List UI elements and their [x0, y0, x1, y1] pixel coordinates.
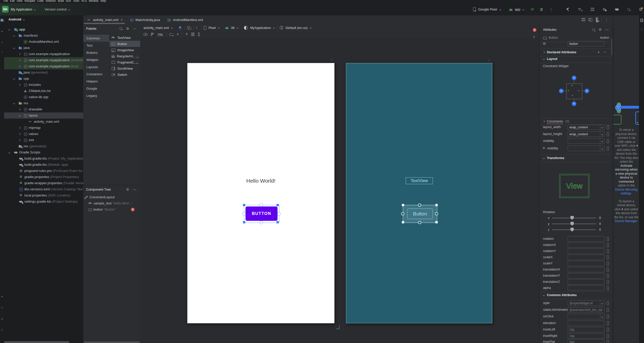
- constraint-anchor-right[interactable]: [277, 212, 281, 215]
- running-devices-button[interactable]: [591, 8, 594, 11]
- chevron-icon[interactable]: [13, 102, 15, 104]
- scaleY-input[interactable]: [568, 261, 605, 266]
- project-tree-item-proguard-rules-pro[interactable]: proguard-rules.pro (ProGuard Rules for a…: [4, 168, 83, 174]
- style-dropdown[interactable]: @style/Widget.M: [568, 300, 605, 306]
- component-tree-item-button[interactable]: button "Button"!: [83, 206, 140, 213]
- stateListAnimator-input[interactable]: @animator/mtrl_btn_sta: [568, 307, 605, 313]
- design-view-button[interactable]: [595, 17, 598, 23]
- constraint-anchor-left[interactable]: [401, 212, 404, 215]
- project-tree-item-java[interactable]: java: [4, 45, 83, 51]
- project-tree-item-activity-main-xml[interactable]: activity_main.xml: [4, 119, 83, 125]
- logcat-tool-button[interactable]: ◎: [0, 317, 4, 320]
- search-icon[interactable]: [592, 28, 596, 32]
- palette-component-imageview[interactable]: ImageView: [109, 47, 140, 53]
- rotation-slider-x[interactable]: x0: [539, 216, 613, 220]
- night-mode-button[interactable]: ☾: [196, 26, 199, 30]
- editor-more-button[interactable]: ⋮: [605, 18, 608, 22]
- chevron-icon[interactable]: [18, 115, 21, 117]
- resize-handle[interactable]: [402, 221, 404, 223]
- visibility-dropdown[interactable]: [568, 138, 605, 144]
- project-tree-item-gradle-wrapper-properties[interactable]: gradle-wrapper.properties (Gradle Versio…: [4, 180, 83, 186]
- problems-tool-button[interactable]: ◦: [0, 338, 4, 342]
- layout_height-dropdown[interactable]: wrap_content: [568, 131, 605, 137]
- resource-picker-icon[interactable]: [607, 328, 609, 332]
- more-actions-button[interactable]: ⋮: [549, 7, 553, 12]
- layout-section[interactable]: Layout: [543, 57, 557, 61]
- project-tree-item-local-properties[interactable]: local.properties (SDK Location): [4, 192, 83, 199]
- visibility-dropdown[interactable]: [568, 146, 605, 151]
- close-tab-icon[interactable]: ×: [121, 18, 123, 22]
- locale-selector[interactable]: Default (en-us): [285, 26, 308, 30]
- vcs-selector[interactable]: Version control: [45, 7, 67, 11]
- resource-picker-icon[interactable]: [607, 132, 609, 136]
- design-phone-menu[interactable]: ⋮: [330, 58, 333, 62]
- blueprint-button[interactable]: Button: [407, 209, 433, 219]
- resource-picker-icon[interactable]: [607, 274, 609, 278]
- gear-icon[interactable]: ⚙: [599, 28, 602, 31]
- chevron-icon[interactable]: [18, 59, 21, 61]
- add-top-constraint[interactable]: +: [572, 76, 576, 80]
- menu-edit[interactable]: Edit: [10, 0, 15, 2]
- gear-icon[interactable]: ⚙: [126, 188, 129, 191]
- alpha-input[interactable]: [568, 285, 605, 291]
- resource-picker-icon[interactable]: [607, 321, 609, 325]
- preview-resize-handle[interactable]: [336, 326, 340, 329]
- elevation-input[interactable]: [568, 320, 605, 326]
- declared-attributes-section[interactable]: Declared Attributes: [543, 50, 576, 54]
- palette-category-common[interactable]: Common: [83, 35, 109, 42]
- gradle-sync-button[interactable]: [615, 8, 619, 11]
- component-tree-hscrollbar[interactable]: [84, 341, 140, 343]
- project-tool-button[interactable]: [0, 18, 4, 22]
- resource-picker-icon[interactable]: [607, 249, 609, 253]
- menu-run[interactable]: Run: [66, 0, 71, 2]
- palette-component-scrollview[interactable]: ScrollView: [109, 65, 140, 71]
- resource-picker-icon[interactable]: [607, 147, 609, 151]
- add-left-constraint[interactable]: +: [559, 89, 564, 93]
- menu-build[interactable]: Build: [58, 0, 64, 2]
- project-tree-item-layout[interactable]: layout: [4, 112, 83, 119]
- rotation-slider-z[interactable]: z0: [539, 228, 613, 232]
- device-tool-button[interactable]: ▭: [0, 306, 4, 309]
- insetRight-input[interactable]: 0dp: [568, 333, 605, 339]
- hide-icon[interactable]: —: [133, 188, 136, 191]
- translationZ-input[interactable]: [568, 279, 605, 285]
- palette-component-button[interactable]: Button: [109, 41, 140, 47]
- chevron-icon[interactable]: [18, 139, 21, 141]
- sync-button[interactable]: [578, 7, 582, 12]
- chevron-icon[interactable]: [13, 78, 15, 80]
- project-tree-item-com-example-myapplication[interactable]: com.example.myapplication (androidTest): [4, 57, 83, 63]
- resource-picker-icon[interactable]: [607, 237, 609, 241]
- chevron-icon[interactable]: [18, 127, 21, 129]
- default-margins-button[interactable]: 0dp: [157, 33, 164, 36]
- resource-picker-icon[interactable]: [607, 139, 609, 143]
- resize-handle[interactable]: [435, 221, 438, 223]
- blueprint-phone-menu[interactable]: ⋮: [487, 58, 491, 62]
- project-tree-item-values[interactable]: values: [4, 131, 83, 137]
- chevron-icon[interactable]: [18, 108, 21, 110]
- running-devices-tool-button[interactable]: [640, 18, 643, 22]
- layout-file-selector[interactable]: activity_main.xml: [144, 26, 169, 30]
- device-menu[interactable]: Pixel: [209, 26, 216, 30]
- menu-window[interactable]: Window: [89, 0, 98, 2]
- project-tree-item-cmakelists-txt[interactable]: CMakeLists.txt: [4, 88, 83, 94]
- build-button[interactable]: [566, 7, 570, 12]
- chevron-icon[interactable]: [13, 35, 15, 37]
- project-selector[interactable]: My Application: [11, 7, 32, 11]
- project-tree-item-build-gradle-kts[interactable]: build.gradle.kts (Module :app): [4, 162, 83, 168]
- hide-icon[interactable]: —: [133, 27, 136, 30]
- translationY-input[interactable]: [568, 273, 605, 278]
- resource-picker-icon[interactable]: [607, 334, 609, 338]
- design-surface-selector[interactable]: [178, 26, 182, 29]
- palette-category-widgets[interactable]: Widgets: [83, 56, 109, 63]
- resource-picker-icon[interactable]: [607, 286, 609, 290]
- resource-picker-icon[interactable]: [607, 315, 609, 319]
- project-tree-item-cpp[interactable]: cpp: [4, 76, 83, 82]
- component-tree-item-constraintlayout[interactable]: ConstraintLayout: [83, 194, 140, 200]
- slider-thumb[interactable]: [570, 216, 574, 220]
- project-tree-item-includes[interactable]: includes: [4, 82, 83, 88]
- commit-tool-button[interactable]: ➤: [0, 29, 4, 33]
- insetTop-input[interactable]: 6dp: [568, 339, 605, 343]
- add-bottom-constraint[interactable]: +: [572, 101, 576, 106]
- error-badge[interactable]: !: [533, 28, 536, 32]
- component-tree-item-sample-text[interactable]: sample_text "Hello Worl...": [83, 200, 140, 206]
